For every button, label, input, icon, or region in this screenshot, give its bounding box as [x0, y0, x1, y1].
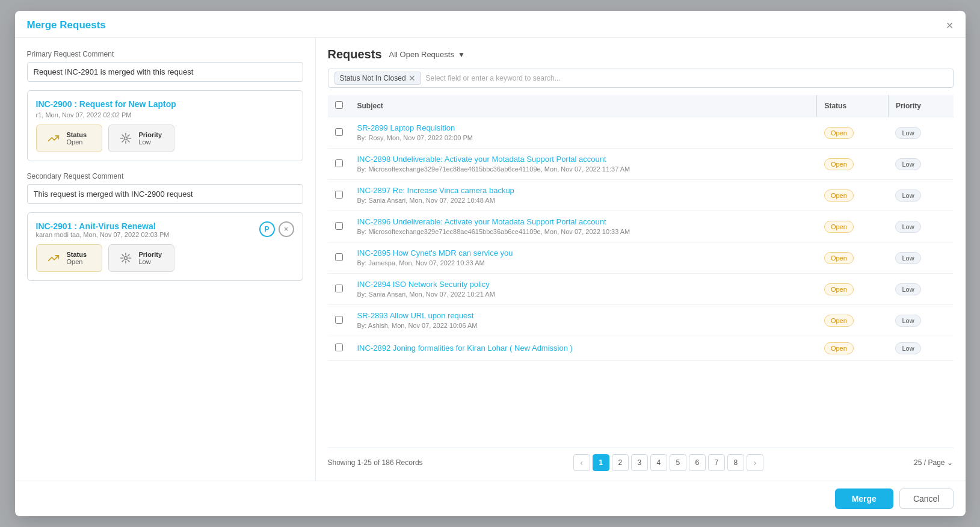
records-info: Showing 1-25 of 186 Records [328, 458, 423, 467]
row-checkbox-0[interactable] [335, 128, 343, 136]
secondary-p-button[interactable]: P [259, 221, 275, 237]
requests-table-container: Subject Status Priority SR-2899 Laptop R… [328, 95, 954, 445]
row-subject-link[interactable]: SR-2899 Laptop Requisition [357, 123, 810, 132]
primary-comment-input[interactable] [27, 62, 303, 82]
merge-button[interactable]: Merge [835, 488, 893, 509]
svg-line-16 [128, 254, 129, 256]
row-checkbox-cell [328, 305, 350, 336]
modal-title: Merge Requests [27, 19, 106, 31]
status-value: Open [67, 138, 87, 146]
svg-line-8 [122, 141, 123, 142]
svg-point-0 [124, 137, 127, 140]
row-subject-meta: By: Microsoftexchange329e71ec88ae4615bbc… [357, 228, 630, 235]
secondary-status-value: Open [67, 258, 87, 265]
row-checkbox-3[interactable] [335, 222, 343, 230]
row-status-cell: Open [817, 274, 889, 305]
row-subject-link[interactable]: SR-2893 Allow URL upon request [357, 311, 810, 320]
page-4-button[interactable]: 4 [650, 454, 667, 471]
page-3-button[interactable]: 3 [631, 454, 648, 471]
cancel-button[interactable]: Cancel [899, 488, 954, 509]
row-priority-cell: Low [888, 242, 953, 274]
row-checkbox-5[interactable] [335, 285, 343, 292]
secondary-priority-icon [117, 250, 134, 267]
row-checkbox-cell [328, 274, 350, 305]
row-checkbox-cell [328, 242, 350, 274]
page-5-button[interactable]: 5 [670, 454, 686, 471]
chevron-down-icon: ▼ [458, 51, 465, 59]
row-status-badge: Open [824, 252, 854, 264]
page-2-button[interactable]: 2 [612, 454, 629, 471]
requests-header: Requests All Open Requests ▼ [328, 48, 954, 61]
row-subject-link[interactable]: INC-2895 How Cynet's MDR can service you [357, 248, 810, 257]
row-priority-badge: Low [895, 283, 920, 295]
prev-page-button[interactable]: ‹ [573, 454, 590, 471]
row-subject-link[interactable]: INC-2892 Joning formalities for Kiran Lo… [357, 344, 810, 353]
row-subject-link[interactable]: INC-2894 ISO Network Security policy [357, 280, 810, 289]
priority-icon [117, 130, 134, 147]
primary-priority-badge: Priority Low [108, 125, 174, 152]
secondary-priority-value: Low [139, 258, 162, 265]
row-priority-cell: Low [888, 180, 953, 211]
secondary-priority-badge: Priority Low [108, 244, 174, 272]
row-checkbox-1[interactable] [335, 159, 343, 167]
page-1-button[interactable]: 1 [593, 454, 609, 471]
row-subject-link[interactable]: INC-2897 Re: Increase Vinca camera backu… [357, 186, 810, 195]
row-priority-badge: Low [895, 315, 920, 327]
row-checkbox-6[interactable] [335, 316, 343, 324]
row-priority-cell: Low [888, 274, 953, 305]
page-size-selector[interactable]: 25 / Page ⌄ [914, 458, 953, 467]
row-checkbox-2[interactable] [335, 191, 343, 199]
table-row: INC-2897 Re: Increase Vinca camera backu… [328, 180, 954, 211]
table-row: SR-2893 Allow URL upon request By: Ashis… [328, 305, 954, 336]
next-page-button[interactable]: › [747, 454, 763, 471]
filter-dropdown[interactable]: All Open Requests ▼ [389, 50, 465, 59]
row-subject-link[interactable]: INC-2896 Undeliverable: Activate your Mo… [357, 217, 810, 226]
row-status-cell: Open [817, 180, 889, 211]
page-6-button[interactable]: 6 [689, 454, 706, 471]
search-placeholder[interactable]: Select field or enter a keyword to searc… [426, 74, 947, 82]
row-status-badge: Open [824, 315, 854, 327]
th-status: Status [817, 95, 889, 117]
row-status-cell: Open [817, 305, 889, 336]
row-checkbox-7[interactable] [335, 344, 343, 351]
secondary-x-button[interactable]: × [279, 221, 294, 237]
table-row: INC-2894 ISO Network Security policy By:… [328, 274, 954, 305]
table-row: INC-2898 Undeliverable: Activate your Mo… [328, 149, 954, 180]
row-status-badge: Open [824, 127, 854, 139]
row-subject-meta: By: Ashish, Mon, Nov 07, 2022 10:06 AM [357, 322, 478, 329]
row-checkbox-4[interactable] [335, 253, 343, 261]
secondary-card-title: INC-2901 : Anit-Virus Renewal [36, 221, 170, 231]
primary-request-card: INC-2900 : Request for New Laptop r1, Mo… [27, 90, 303, 161]
secondary-status-badge: Status Open [36, 244, 102, 272]
select-all-checkbox[interactable] [335, 101, 343, 109]
merge-requests-modal: Merge Requests × Primary Request Comment… [15, 11, 966, 516]
row-status-cell: Open [817, 242, 889, 274]
primary-comment-label: Primary Request Comment [27, 50, 303, 58]
page-8-button[interactable]: 8 [727, 454, 744, 471]
row-subject-link[interactable]: INC-2898 Undeliverable: Activate your Mo… [357, 155, 810, 164]
row-status-cell: Open [817, 211, 889, 242]
secondary-status-label: Status [67, 251, 87, 258]
row-subject-meta: By: Sania Ansari, Mon, Nov 07, 2022 10:4… [357, 197, 495, 204]
page-7-button[interactable]: 7 [708, 454, 725, 471]
th-checkbox [328, 95, 350, 117]
row-checkbox-cell [328, 117, 350, 149]
requests-title: Requests [328, 48, 382, 61]
row-status-cell: Open [817, 117, 889, 149]
row-priority-badge: Low [895, 158, 920, 170]
priority-value: Low [139, 138, 162, 146]
row-subject-cell: INC-2895 How Cynet's MDR can service you… [350, 242, 817, 274]
search-bar: Status Not In Closed ✕ Select field or e… [328, 69, 954, 88]
right-panel: Requests All Open Requests ▼ Status Not … [316, 38, 966, 481]
priority-label: Priority [139, 131, 162, 138]
row-status-badge: Open [824, 283, 854, 295]
filter-tag-close-icon[interactable]: ✕ [408, 73, 416, 83]
row-checkbox-cell [328, 180, 350, 211]
secondary-request-card: INC-2901 : Anit-Virus Renewal karan modi… [27, 212, 303, 281]
row-status-badge: Open [824, 158, 854, 170]
svg-point-9 [124, 257, 127, 260]
modal-footer: Merge Cancel [15, 481, 966, 516]
close-button[interactable]: × [946, 19, 954, 31]
secondary-comment-input[interactable] [27, 184, 303, 204]
row-checkbox-cell [328, 211, 350, 242]
